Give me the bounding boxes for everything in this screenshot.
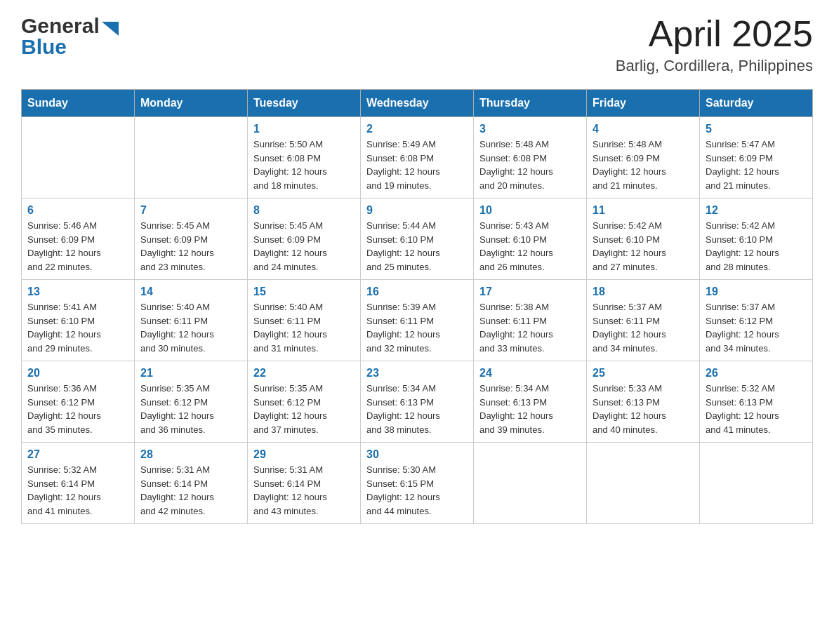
day-number: 16 [366,286,468,298]
day-info: Sunrise: 5:48 AMSunset: 6:09 PMDaylight:… [593,137,694,192]
calendar-day-header: Tuesday [248,90,361,117]
calendar-cell: 3Sunrise: 5:48 AMSunset: 6:08 PMDaylight… [474,117,587,199]
day-info: Sunrise: 5:39 AMSunset: 6:11 PMDaylight:… [366,300,468,355]
calendar-day-header: Thursday [474,90,587,117]
day-info: Sunrise: 5:45 AMSunset: 6:09 PMDaylight:… [253,219,355,274]
calendar-table: SundayMondayTuesdayWednesdayThursdayFrid… [21,89,813,524]
day-info: Sunrise: 5:44 AMSunset: 6:10 PMDaylight:… [366,219,468,274]
page-header: General Blue April 2025 Barlig, Cordille… [21,14,813,75]
calendar-cell [135,117,248,199]
calendar-cell: 15Sunrise: 5:40 AMSunset: 6:11 PMDayligh… [248,280,361,361]
day-number: 17 [479,286,581,298]
day-number: 20 [27,367,128,380]
day-info: Sunrise: 5:36 AMSunset: 6:12 PMDaylight:… [27,382,128,436]
calendar-cell: 14Sunrise: 5:40 AMSunset: 6:11 PMDayligh… [135,280,248,361]
calendar-cell [587,443,700,524]
calendar-cell: 7Sunrise: 5:45 AMSunset: 6:09 PMDaylight… [135,199,248,280]
calendar-cell: 20Sunrise: 5:36 AMSunset: 6:12 PMDayligh… [22,361,135,443]
day-info: Sunrise: 5:32 AMSunset: 6:13 PMDaylight:… [706,382,807,436]
calendar-cell: 8Sunrise: 5:45 AMSunset: 6:09 PMDaylight… [248,199,361,280]
day-number: 1 [253,123,355,135]
day-number: 18 [593,286,694,298]
calendar-cell: 10Sunrise: 5:43 AMSunset: 6:10 PMDayligh… [474,199,587,280]
calendar-cell: 11Sunrise: 5:42 AMSunset: 6:10 PMDayligh… [587,199,700,280]
day-number: 19 [706,286,807,298]
day-number: 24 [479,367,581,380]
calendar-cell: 17Sunrise: 5:38 AMSunset: 6:11 PMDayligh… [474,280,587,361]
day-info: Sunrise: 5:45 AMSunset: 6:09 PMDaylight:… [140,219,241,274]
calendar-cell: 23Sunrise: 5:34 AMSunset: 6:13 PMDayligh… [361,361,474,443]
day-info: Sunrise: 5:46 AMSunset: 6:09 PMDaylight:… [27,219,128,274]
calendar-cell: 26Sunrise: 5:32 AMSunset: 6:13 PMDayligh… [700,361,813,443]
calendar-cell [474,443,587,524]
calendar-cell: 27Sunrise: 5:32 AMSunset: 6:14 PMDayligh… [22,443,135,524]
day-info: Sunrise: 5:30 AMSunset: 6:15 PMDaylight:… [366,463,468,518]
calendar-day-header: Monday [135,90,248,117]
location-title: Barlig, Cordillera, Philippines [616,57,813,75]
calendar-week-row: 27Sunrise: 5:32 AMSunset: 6:14 PMDayligh… [22,443,813,524]
month-title: April 2025 [616,14,813,54]
day-number: 10 [479,204,581,217]
day-number: 2 [366,123,468,135]
day-info: Sunrise: 5:34 AMSunset: 6:13 PMDaylight:… [479,382,581,436]
calendar-cell: 16Sunrise: 5:39 AMSunset: 6:11 PMDayligh… [361,280,474,361]
calendar-week-row: 1Sunrise: 5:50 AMSunset: 6:08 PMDaylight… [22,117,813,199]
logo: General Blue [21,14,123,59]
calendar-week-row: 13Sunrise: 5:41 AMSunset: 6:10 PMDayligh… [22,280,813,361]
calendar-cell: 9Sunrise: 5:44 AMSunset: 6:10 PMDaylight… [361,199,474,280]
day-info: Sunrise: 5:42 AMSunset: 6:10 PMDaylight:… [706,219,807,274]
day-info: Sunrise: 5:38 AMSunset: 6:11 PMDaylight:… [479,300,581,355]
calendar-day-header: Friday [587,90,700,117]
day-number: 7 [140,204,241,217]
logo-general-text: General [21,14,100,38]
day-info: Sunrise: 5:37 AMSunset: 6:11 PMDaylight:… [593,300,694,355]
day-info: Sunrise: 5:34 AMSunset: 6:13 PMDaylight:… [366,382,468,436]
calendar-cell: 18Sunrise: 5:37 AMSunset: 6:11 PMDayligh… [587,280,700,361]
day-info: Sunrise: 5:48 AMSunset: 6:08 PMDaylight:… [479,137,581,192]
day-number: 22 [253,367,355,380]
calendar-header-row: SundayMondayTuesdayWednesdayThursdayFrid… [22,90,813,117]
day-number: 21 [140,367,241,380]
day-number: 3 [479,123,581,135]
calendar-cell: 19Sunrise: 5:37 AMSunset: 6:12 PMDayligh… [700,280,813,361]
day-number: 29 [253,448,355,461]
day-number: 26 [706,367,807,380]
day-info: Sunrise: 5:35 AMSunset: 6:12 PMDaylight:… [253,382,355,436]
calendar-cell: 6Sunrise: 5:46 AMSunset: 6:09 PMDaylight… [22,199,135,280]
day-number: 25 [593,367,694,380]
calendar-day-header: Wednesday [361,90,474,117]
day-info: Sunrise: 5:32 AMSunset: 6:14 PMDaylight:… [27,463,128,518]
day-number: 4 [593,123,694,135]
calendar-cell: 30Sunrise: 5:30 AMSunset: 6:15 PMDayligh… [361,443,474,524]
day-number: 23 [366,367,468,380]
calendar-week-row: 20Sunrise: 5:36 AMSunset: 6:12 PMDayligh… [22,361,813,443]
day-info: Sunrise: 5:41 AMSunset: 6:10 PMDaylight:… [27,300,128,355]
title-block: April 2025 Barlig, Cordillera, Philippin… [616,14,813,75]
day-info: Sunrise: 5:50 AMSunset: 6:08 PMDaylight:… [253,137,355,192]
day-number: 11 [593,204,694,217]
calendar-cell: 1Sunrise: 5:50 AMSunset: 6:08 PMDaylight… [248,117,361,199]
day-number: 5 [706,123,807,135]
calendar-cell: 2Sunrise: 5:49 AMSunset: 6:08 PMDaylight… [361,117,474,199]
day-number: 30 [366,448,468,461]
calendar-cell [22,117,135,199]
logo-triangle-icon [102,16,123,37]
day-info: Sunrise: 5:31 AMSunset: 6:14 PMDaylight:… [140,463,241,518]
day-info: Sunrise: 5:40 AMSunset: 6:11 PMDaylight:… [253,300,355,355]
calendar-cell: 5Sunrise: 5:47 AMSunset: 6:09 PMDaylight… [700,117,813,199]
day-number: 12 [706,204,807,217]
calendar-day-header: Saturday [700,90,813,117]
day-number: 27 [27,448,128,461]
logo-blue-text: Blue [21,35,67,58]
day-info: Sunrise: 5:49 AMSunset: 6:08 PMDaylight:… [366,137,468,192]
svg-marker-0 [102,22,119,36]
day-number: 9 [366,204,468,217]
calendar-week-row: 6Sunrise: 5:46 AMSunset: 6:09 PMDaylight… [22,199,813,280]
day-number: 15 [253,286,355,298]
calendar-cell: 13Sunrise: 5:41 AMSunset: 6:10 PMDayligh… [22,280,135,361]
day-info: Sunrise: 5:37 AMSunset: 6:12 PMDaylight:… [706,300,807,355]
day-number: 14 [140,286,241,298]
calendar-cell: 4Sunrise: 5:48 AMSunset: 6:09 PMDaylight… [587,117,700,199]
calendar-day-header: Sunday [22,90,135,117]
day-number: 8 [253,204,355,217]
